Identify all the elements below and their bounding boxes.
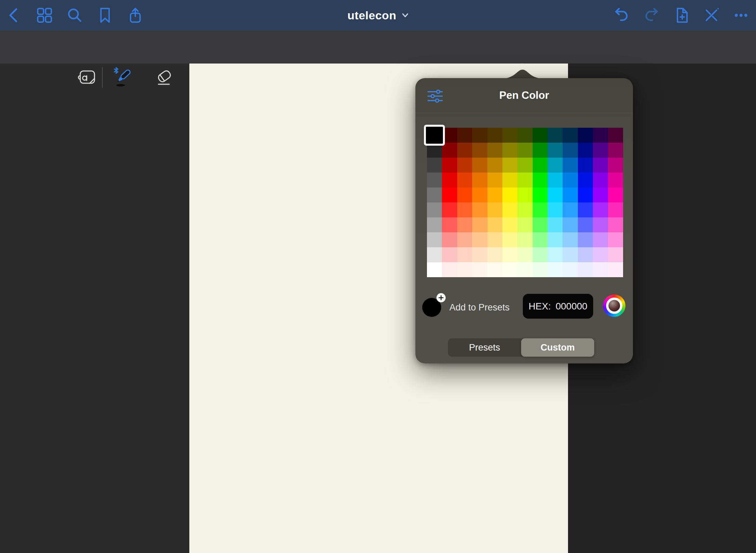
color-cell[interactable] xyxy=(608,262,623,277)
color-cell[interactable] xyxy=(427,232,442,247)
color-cell[interactable] xyxy=(472,173,487,188)
color-cell[interactable] xyxy=(502,262,517,277)
color-cell[interactable] xyxy=(502,143,517,158)
color-cell[interactable] xyxy=(563,202,578,217)
color-cell[interactable] xyxy=(487,217,502,232)
color-cell[interactable] xyxy=(563,262,578,277)
color-cell[interactable] xyxy=(578,173,593,188)
color-cell[interactable] xyxy=(578,202,593,217)
color-cell[interactable] xyxy=(517,217,532,232)
color-cell[interactable] xyxy=(608,247,623,262)
color-cell[interactable] xyxy=(548,232,563,247)
editing-toggle-button[interactable] xyxy=(702,6,721,25)
color-cell[interactable] xyxy=(502,158,517,173)
color-cell[interactable] xyxy=(457,188,472,202)
redo-button[interactable] xyxy=(642,6,661,25)
color-cell[interactable] xyxy=(593,217,608,232)
color-cell[interactable] xyxy=(548,202,563,217)
color-cell[interactable] xyxy=(472,188,487,202)
color-cell[interactable] xyxy=(517,247,532,262)
color-cell[interactable] xyxy=(502,173,517,188)
add-page-button[interactable] xyxy=(672,6,691,25)
color-cell[interactable] xyxy=(502,232,517,247)
color-cell[interactable] xyxy=(533,202,548,217)
color-cell[interactable] xyxy=(593,128,608,143)
color-cell[interactable] xyxy=(487,158,502,173)
color-cell[interactable] xyxy=(472,158,487,173)
color-cell[interactable] xyxy=(472,247,487,262)
color-cell[interactable] xyxy=(442,143,457,158)
color-cell[interactable] xyxy=(472,143,487,158)
color-cell[interactable] xyxy=(593,143,608,158)
color-cell[interactable] xyxy=(593,173,608,188)
color-cell[interactable] xyxy=(608,173,623,188)
color-cell[interactable] xyxy=(593,247,608,262)
tab-custom[interactable]: Custom xyxy=(521,338,594,357)
color-cell[interactable] xyxy=(578,247,593,262)
color-cell[interactable] xyxy=(517,128,532,143)
color-cell[interactable] xyxy=(487,188,502,202)
color-cell[interactable] xyxy=(502,217,517,232)
color-cell[interactable] xyxy=(442,247,457,262)
color-cell[interactable] xyxy=(593,262,608,277)
color-cell[interactable] xyxy=(487,173,502,188)
color-cell[interactable] xyxy=(533,262,548,277)
color-cell[interactable] xyxy=(533,217,548,232)
color-cell[interactable] xyxy=(608,232,623,247)
color-cell[interactable] xyxy=(593,202,608,217)
color-cell[interactable] xyxy=(442,262,457,277)
color-cell[interactable] xyxy=(593,188,608,202)
color-cell[interactable] xyxy=(442,202,457,217)
color-cell[interactable] xyxy=(427,143,442,158)
color-cell[interactable] xyxy=(578,217,593,232)
color-cell[interactable] xyxy=(457,173,472,188)
more-button[interactable] xyxy=(732,6,751,25)
color-cell[interactable] xyxy=(578,232,593,247)
color-cell[interactable] xyxy=(533,173,548,188)
color-cell[interactable] xyxy=(548,262,563,277)
undo-button[interactable] xyxy=(612,6,631,25)
eraser-tool-button[interactable] xyxy=(154,66,175,88)
color-cell[interactable] xyxy=(563,217,578,232)
color-cell[interactable] xyxy=(487,128,502,143)
color-cell[interactable] xyxy=(563,188,578,202)
color-cell[interactable] xyxy=(563,173,578,188)
color-cell[interactable] xyxy=(442,232,457,247)
color-cell[interactable] xyxy=(457,202,472,217)
color-cell[interactable] xyxy=(487,247,502,262)
color-cell[interactable] xyxy=(533,158,548,173)
color-cell[interactable] xyxy=(608,217,623,232)
color-cell[interactable] xyxy=(533,188,548,202)
color-cell[interactable] xyxy=(608,202,623,217)
add-to-presets-button[interactable]: Add to Presets xyxy=(449,298,510,317)
color-cell[interactable] xyxy=(487,262,502,277)
color-cell[interactable] xyxy=(548,158,563,173)
color-cell[interactable] xyxy=(442,128,457,143)
color-cell[interactable] xyxy=(457,158,472,173)
color-cell[interactable] xyxy=(608,158,623,173)
color-cell[interactable] xyxy=(533,143,548,158)
color-cell[interactable] xyxy=(426,127,443,144)
color-cell[interactable] xyxy=(457,128,472,143)
color-cell[interactable] xyxy=(533,128,548,143)
color-cell[interactable] xyxy=(457,232,472,247)
color-cell[interactable] xyxy=(487,232,502,247)
color-cell[interactable] xyxy=(548,188,563,202)
color-cell[interactable] xyxy=(457,143,472,158)
color-cell[interactable] xyxy=(517,262,532,277)
color-cell[interactable] xyxy=(593,232,608,247)
color-cell[interactable] xyxy=(563,247,578,262)
color-cell[interactable] xyxy=(517,143,532,158)
color-cell[interactable] xyxy=(442,188,457,202)
color-cell[interactable] xyxy=(517,158,532,173)
color-cell[interactable] xyxy=(563,158,578,173)
color-cell[interactable] xyxy=(457,217,472,232)
color-cell[interactable] xyxy=(517,202,532,217)
color-cell[interactable] xyxy=(533,247,548,262)
read-only-mode-button[interactable] xyxy=(76,66,98,88)
color-cell[interactable] xyxy=(517,173,532,188)
color-cell[interactable] xyxy=(442,173,457,188)
color-cell[interactable] xyxy=(442,217,457,232)
color-cell[interactable] xyxy=(472,232,487,247)
color-cell[interactable] xyxy=(517,232,532,247)
